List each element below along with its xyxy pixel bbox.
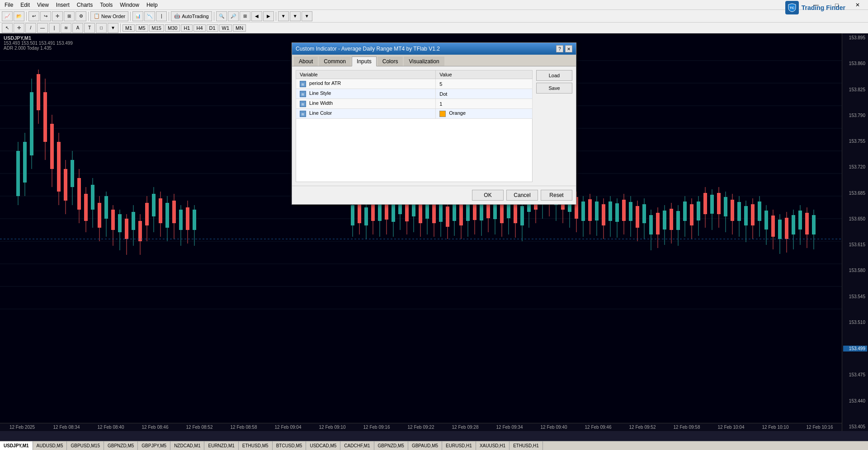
zoom-in2-button[interactable]: 🔎 [228, 11, 239, 21]
crosshair-button[interactable]: ✛ [52, 11, 63, 21]
tab-gbpnzd-m5[interactable]: GBPNZD,M5 [104, 441, 138, 450]
crosshair-tool-button[interactable]: ✛ [14, 23, 24, 33]
text-tool-button[interactable]: A [72, 23, 83, 33]
line-tool-button[interactable]: / [25, 23, 36, 33]
color-swatch-orange[interactable] [439, 111, 446, 117]
tab-gbpjpy-m5[interactable]: GBPJPY,M5 [138, 441, 170, 450]
tf-m5[interactable]: M5 [136, 24, 148, 32]
svg-rect-166 [683, 202, 687, 221]
tf-m15[interactable]: M15 [149, 24, 164, 32]
new-chart-button[interactable]: 📈 [2, 11, 13, 21]
tab-nzdcad-m1[interactable]: NZDCAD,M1 [170, 441, 204, 450]
tab-colors[interactable]: Colors [377, 56, 403, 66]
properties-button[interactable]: ⚙ [75, 11, 86, 21]
h-line-button[interactable]: — [37, 23, 48, 33]
tf-m1[interactable]: M1 [123, 24, 135, 32]
tf-mn[interactable]: MN [233, 24, 246, 32]
table-row[interactable]: ≋ Line Style Dot [296, 89, 533, 99]
menu-item-charts[interactable]: Charts [74, 1, 95, 9]
auto-trading-label: AutoTrading [182, 14, 209, 19]
fib-button[interactable]: ≋ [61, 23, 71, 33]
undo-button[interactable]: ↩ [28, 11, 39, 21]
table-row[interactable]: ≋ period for ATR 5 [296, 79, 533, 89]
dialog-help-button[interactable]: ? [556, 45, 563, 52]
tab-xauusd-h1[interactable]: XAUUSD,H1 [476, 441, 509, 450]
svg-rect-36 [91, 185, 94, 210]
tab-about[interactable]: About [294, 56, 318, 66]
indicators-button[interactable]: 📉 [144, 11, 155, 21]
price-153860: 153.860 [843, 61, 867, 66]
chart-area[interactable]: USDJPY,M1 153.493 153.501 153.491 153.49… [0, 33, 868, 431]
template-button[interactable]: ▼ [278, 11, 289, 21]
reset-button[interactable]: Reset [541, 190, 572, 201]
load-button[interactable]: Load [536, 70, 572, 81]
tf-m30[interactable]: M30 [165, 24, 180, 32]
tab-inputs[interactable]: Inputs [352, 56, 377, 66]
v-line-button[interactable]: | [49, 23, 60, 33]
tab-common[interactable]: Common [319, 56, 351, 66]
svg-rect-52 [145, 203, 149, 225]
time-label-17: 12 Feb 10:10 [753, 425, 797, 430]
tf-h1[interactable]: H1 [181, 24, 193, 32]
svg-rect-100 [459, 204, 463, 225]
menu-item-help[interactable]: Help [144, 1, 160, 9]
svg-rect-92 [432, 202, 436, 223]
open-button[interactable]: 📂 [14, 11, 24, 21]
tab-ethusd-h1[interactable]: ETHUSD,H1 [509, 441, 543, 450]
svg-rect-180 [731, 200, 734, 221]
tab-ethusd-m5[interactable]: ETHUSD,M5 [239, 441, 273, 450]
zoom-in-button[interactable]: ⊞ [64, 11, 75, 21]
svg-rect-164 [676, 211, 680, 230]
grid-button[interactable]: ⊞ [240, 11, 250, 21]
tab-eurusd-h1[interactable]: EURUSD,H1 [442, 441, 476, 450]
ok-button[interactable]: OK [472, 190, 504, 201]
menu-item-tools[interactable]: Tools [97, 1, 115, 9]
zoom-out-button[interactable]: 🔍 [216, 11, 227, 21]
tab-audusd-m5[interactable]: AUDUSD,M5 [33, 441, 67, 450]
tab-gbpnzd-m5-2[interactable]: GBPNZD,M5 [374, 441, 408, 450]
draw-more-button[interactable]: ▼ [108, 23, 118, 33]
tab-gbpaud-m5[interactable]: GBPAUD,M5 [408, 441, 442, 450]
table-row[interactable]: ≋ Line Width 1 [296, 99, 533, 109]
label-tool-button[interactable]: T [84, 23, 95, 33]
menu-item-edit[interactable]: Edit [18, 1, 33, 9]
tf-h4[interactable]: H4 [193, 24, 205, 32]
tab-usdcad-m5[interactable]: USDCAD,M5 [306, 441, 340, 450]
new-order-button[interactable]: 📋 New Order [90, 11, 128, 21]
svg-rect-22 [43, 92, 47, 142]
tab-eurnzd-m1[interactable]: EURNZD,M1 [204, 441, 238, 450]
time-label-2: 12 Feb 08:40 [89, 425, 133, 430]
chart-template-button[interactable]: ▼ [290, 11, 301, 21]
chart-type-button[interactable]: 📊 [132, 11, 143, 21]
tab-usdjpy-m1[interactable]: USDJPY,M1 [0, 441, 33, 450]
script-button[interactable]: ▼ [302, 11, 312, 21]
table-row[interactable]: ≋ Line Color Orange [296, 109, 533, 119]
tf-w1[interactable]: W1 [219, 24, 232, 32]
tab-gbpusd-m15[interactable]: GBPUSD,M15 [67, 441, 104, 450]
fwd-button[interactable]: ▶ [263, 11, 274, 21]
rect-button[interactable]: □ [96, 23, 107, 33]
menu-item-view[interactable]: View [34, 1, 52, 9]
svg-rect-194 [778, 220, 782, 239]
menu-item-file[interactable]: File [2, 1, 16, 9]
svg-rect-116 [514, 202, 517, 223]
cancel-button[interactable]: Cancel [506, 190, 538, 201]
tf-d1[interactable]: D1 [207, 24, 218, 32]
close-window-button[interactable]: ✕ [847, 0, 868, 10]
period-sep-button[interactable]: | [156, 11, 167, 21]
tab-visualization[interactable]: Visualization [404, 56, 444, 66]
auto-trading-button[interactable]: 🤖 AutoTrading [171, 11, 212, 21]
back-button[interactable]: ◀ [251, 11, 262, 21]
dialog-close-button[interactable]: ✕ [565, 45, 572, 52]
menu-item-insert[interactable]: Insert [53, 1, 72, 9]
tab-btcusd-m5[interactable]: BTCUSD,M5 [273, 441, 307, 450]
maximize-button[interactable]: □ [826, 0, 847, 10]
menu-item-window[interactable]: Window [117, 1, 142, 9]
draw-pointer-button[interactable]: ↖ [2, 23, 13, 33]
save-button[interactable]: Save [536, 83, 572, 94]
redo-button[interactable]: ↪ [40, 11, 51, 21]
tab-cadchf-m1[interactable]: CADCHF,M1 [340, 441, 374, 450]
col-variable: Variable [296, 70, 436, 79]
var-line-color: ≋ Line Color [296, 109, 436, 119]
minimize-button[interactable]: — [806, 0, 826, 10]
